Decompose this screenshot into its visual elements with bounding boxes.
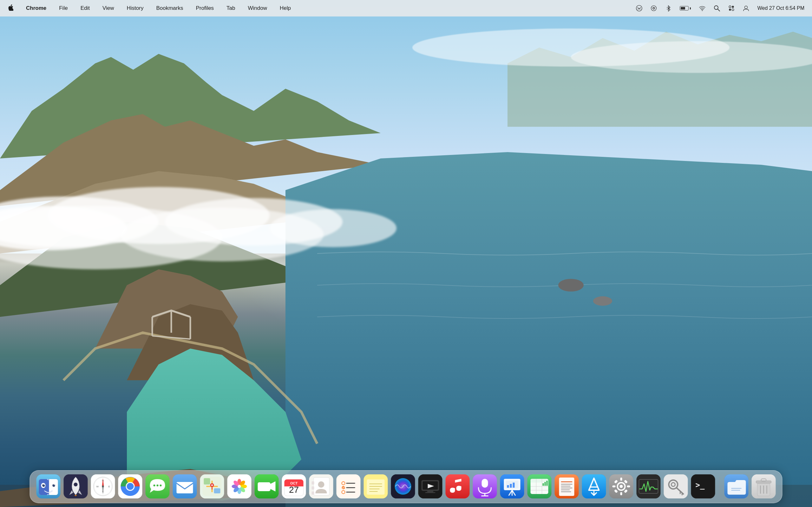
svg-rect-147: [561, 490, 570, 490]
svg-point-61: [160, 485, 162, 487]
dock-item-keynote[interactable]: [500, 474, 524, 498]
svg-rect-91: [312, 481, 314, 485]
menubar: Chrome File Edit View History Bookmarks …: [0, 0, 812, 16]
svg-line-26: [717, 9, 720, 11]
svg-rect-156: [620, 492, 622, 495]
svg-point-14: [558, 279, 583, 291]
svg-point-15: [593, 296, 612, 306]
spotlight-icon[interactable]: [712, 4, 721, 12]
apple-menu[interactable]: [6, 3, 15, 14]
svg-rect-155: [620, 477, 622, 481]
svg-text:E: E: [108, 485, 110, 488]
dock-item-folder[interactable]: [724, 474, 749, 498]
dock-item-calendar[interactable]: OCT 27: [282, 474, 306, 498]
menubar-right: Wed 27 Oct 6:54 PM: [635, 4, 806, 12]
bookmarks-menu[interactable]: Bookmarks: [154, 4, 185, 13]
svg-rect-144: [561, 484, 572, 485]
dock-item-appletv[interactable]: [418, 474, 443, 498]
help-menu[interactable]: Help: [278, 4, 293, 13]
svg-rect-95: [337, 474, 361, 498]
dock-item-trash[interactable]: [752, 474, 776, 498]
svg-rect-103: [367, 480, 385, 495]
svg-point-28: [732, 6, 734, 8]
svg-rect-118: [482, 479, 488, 488]
dock-item-appstore[interactable]: [582, 474, 606, 498]
svg-point-11: [120, 208, 323, 262]
dock-separator: [720, 477, 720, 496]
dock-item-activitymonitor[interactable]: [637, 474, 661, 498]
svg-rect-139: [545, 482, 546, 486]
dock-item-chrome[interactable]: [118, 474, 142, 498]
battery-icon[interactable]: [678, 5, 692, 11]
svg-rect-63: [177, 482, 193, 493]
svg-text:>_: >_: [696, 481, 705, 490]
chrome-menu[interactable]: Chrome: [24, 4, 48, 13]
svg-rect-66: [204, 478, 210, 485]
svg-rect-114: [427, 491, 434, 492]
wallpaper-mountains: [0, 0, 812, 507]
profiles-menu[interactable]: Profiles: [194, 4, 216, 13]
dock-item-launchpad[interactable]: [64, 474, 88, 498]
dock-item-contacts[interactable]: [309, 474, 334, 498]
dock-item-notes[interactable]: [364, 474, 388, 498]
svg-point-69: [211, 485, 213, 486]
svg-rect-143: [561, 481, 572, 482]
svg-point-53: [102, 486, 104, 487]
menubar-left: Chrome File Edit View History Bookmarks …: [6, 3, 293, 14]
dock-item-messages[interactable]: [146, 474, 170, 498]
svg-rect-138: [543, 483, 544, 486]
svg-rect-157: [612, 486, 616, 487]
history-menu[interactable]: History: [125, 4, 145, 13]
svg-point-40: [44, 485, 44, 486]
view-menu[interactable]: View: [101, 4, 116, 13]
dock-item-safari[interactable]: N S E W: [91, 474, 115, 498]
svg-point-59: [154, 485, 155, 487]
svg-point-27: [729, 6, 731, 8]
datetime-display[interactable]: Wed 27 Oct 6:54 PM: [756, 5, 806, 12]
dock-item-siri[interactable]: [391, 474, 415, 498]
dock-item-keychain[interactable]: [664, 474, 688, 498]
bluetooth-icon[interactable]: [664, 4, 673, 12]
edit-menu[interactable]: Edit: [79, 4, 92, 13]
dock-item-facetime[interactable]: [255, 474, 279, 498]
svg-rect-92: [312, 487, 314, 490]
dock-item-finder[interactable]: [37, 474, 61, 498]
tab-menu[interactable]: Tab: [224, 4, 237, 13]
dock-item-music[interactable]: [446, 474, 470, 498]
svg-rect-165: [664, 474, 688, 498]
wifi-icon[interactable]: [698, 4, 707, 12]
user-profile-icon[interactable]: [742, 4, 751, 12]
svg-point-30: [732, 9, 734, 10]
svg-text:W: W: [96, 485, 99, 488]
svg-point-154: [620, 485, 623, 488]
svg-point-57: [127, 483, 134, 490]
svg-rect-81: [258, 482, 270, 491]
dock-item-numbers[interactable]: [527, 474, 552, 498]
control-center-icon[interactable]: [727, 4, 736, 12]
dock-item-maps[interactable]: [200, 474, 224, 498]
dock-item-systemprefs[interactable]: [609, 474, 633, 498]
dock-item-podcasts[interactable]: [473, 474, 497, 498]
svg-rect-140: [547, 481, 548, 486]
dock-item-terminal[interactable]: >_: [691, 474, 715, 498]
dock-item-pages[interactable]: [555, 474, 579, 498]
svg-rect-142: [559, 477, 574, 496]
svg-point-17: [636, 5, 642, 11]
svg-text:27: 27: [289, 485, 299, 495]
svg-point-79: [238, 485, 241, 488]
svg-text:S: S: [102, 490, 104, 493]
dock-item-photos[interactable]: [227, 474, 252, 498]
svg-point-24: [702, 10, 703, 11]
dock-item-mail[interactable]: [173, 474, 197, 498]
svg-rect-124: [507, 485, 509, 488]
svg-text:N: N: [102, 479, 104, 482]
svg-rect-125: [510, 484, 512, 488]
svg-rect-145: [561, 486, 571, 487]
dock-item-reminders[interactable]: [337, 474, 361, 498]
mimestream-icon[interactable]: [635, 4, 644, 12]
window-menu[interactable]: Window: [246, 4, 269, 13]
svg-rect-93: [312, 492, 314, 495]
chrome-remote-icon[interactable]: [649, 4, 658, 12]
svg-point-29: [729, 9, 731, 10]
file-menu[interactable]: File: [57, 4, 69, 13]
